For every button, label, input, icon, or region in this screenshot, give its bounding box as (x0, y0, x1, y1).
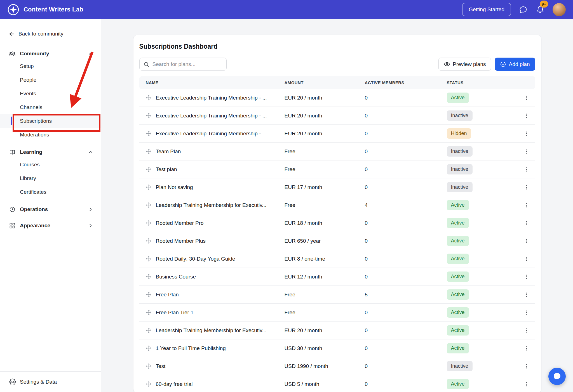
drag-handle-icon[interactable] (145, 112, 152, 119)
kebab-menu-button[interactable] (520, 217, 532, 229)
drag-handle-icon[interactable] (145, 184, 152, 190)
add-plan-button[interactable]: Add plan (495, 58, 535, 71)
plan-members: 0 (365, 310, 447, 316)
drag-handle-icon[interactable] (145, 130, 152, 137)
sidebar-item-subscriptions[interactable]: Subscriptions (0, 114, 101, 128)
kebab-menu-button[interactable] (520, 325, 532, 336)
drag-handle-icon[interactable] (145, 166, 152, 173)
sidebar-section-community: Community Setup People Events Channels S… (0, 48, 101, 141)
sidebar-section-header[interactable]: Learning (0, 147, 101, 158)
kebab-icon (523, 131, 529, 137)
sidebar-item-certificates[interactable]: Certificates (0, 185, 101, 199)
drag-handle-icon[interactable] (145, 381, 152, 387)
kebab-menu-button[interactable] (520, 235, 532, 247)
sidebar-section-header[interactable]: Community (0, 48, 101, 59)
name-cell: Leadership Training Membership for Execu… (139, 202, 285, 208)
sidebar-section-header[interactable]: Operations (0, 204, 101, 215)
kebab-menu-button[interactable] (520, 181, 532, 193)
kebab-menu-button[interactable] (520, 199, 532, 211)
drag-handle-icon[interactable] (145, 309, 152, 316)
sidebar-item-moderations[interactable]: Moderations (0, 128, 101, 141)
preview-plans-button[interactable]: Preview plans (438, 58, 491, 71)
kebab-icon (523, 166, 529, 173)
drag-handle-icon[interactable] (145, 202, 152, 208)
actions-cell (517, 343, 535, 354)
plan-members: 0 (365, 256, 447, 262)
plans-table: NAME AMOUNT ACTIVE MEMBERS STATUS Execut… (139, 76, 535, 392)
sidebar-section-header[interactable]: Appearance (0, 220, 101, 231)
community-icon (9, 50, 16, 57)
status-cell: Inactive (447, 110, 517, 121)
plan-name: Free Plan (156, 292, 184, 298)
drag-handle-icon[interactable] (145, 345, 152, 351)
kebab-menu-button[interactable] (520, 307, 532, 318)
sidebar-item-people[interactable]: People (0, 73, 101, 87)
notification-badge: 9+ (540, 1, 548, 8)
back-to-community-link[interactable]: Back to community (0, 30, 101, 38)
status-badge: Inactive (447, 361, 473, 371)
settings-data-button[interactable]: Settings & Data (0, 371, 101, 392)
status-badge: Active (447, 379, 469, 389)
drag-handle-icon[interactable] (145, 273, 152, 280)
plan-name: Business Course (156, 274, 202, 280)
table-row: 1 Year to Full Time Publishing USD 30 / … (139, 339, 535, 357)
plan-name: Rooted Member Plus (156, 238, 211, 244)
drag-handle-icon[interactable] (145, 291, 152, 298)
kebab-menu-button[interactable] (520, 271, 532, 283)
kebab-menu-button[interactable] (520, 343, 532, 354)
sidebar-item-events[interactable]: Events (0, 87, 101, 100)
toolbar: Preview plans Add plan (139, 58, 535, 71)
avatar[interactable] (553, 3, 566, 16)
plan-amount: EUR 20 / month (285, 113, 365, 119)
kebab-menu-button[interactable] (520, 378, 532, 390)
add-plan-label: Add plan (509, 61, 530, 67)
kebab-menu-button[interactable] (520, 128, 532, 140)
actions-cell (517, 307, 535, 318)
plan-members: 0 (365, 220, 447, 226)
drag-handle-icon[interactable] (145, 238, 152, 244)
drag-handle-icon[interactable] (145, 256, 152, 262)
kebab-menu-button[interactable] (520, 253, 532, 265)
plan-name: Team Plan (156, 148, 187, 155)
search-input[interactable] (139, 58, 227, 71)
sidebar-item-setup[interactable]: Setup (0, 59, 101, 73)
kebab-icon (523, 310, 529, 316)
appearance-icon (9, 222, 16, 229)
status-cell: Active (447, 325, 517, 336)
status-badge: Active (447, 289, 469, 300)
getting-started-button[interactable]: Getting Started (462, 3, 511, 16)
kebab-icon (523, 256, 529, 262)
kebab-menu-button[interactable] (520, 92, 532, 104)
drag-handle-icon[interactable] (145, 95, 152, 101)
section-items: Setup People Events Channels Subscriptio… (0, 59, 101, 141)
page-title: Subscriptions Dashboard (139, 43, 535, 50)
status-badge: Active (447, 271, 469, 282)
drag-handle-icon[interactable] (145, 363, 152, 369)
actions-cell (517, 110, 535, 122)
sidebar-item-label: Events (20, 91, 36, 97)
name-cell: Free Plan (139, 291, 285, 298)
kebab-menu-button[interactable] (520, 164, 532, 175)
toolbar-actions: Preview plans Add plan (438, 58, 535, 71)
kebab-menu-button[interactable] (520, 146, 532, 157)
notifications-button[interactable]: 9+ (536, 5, 545, 14)
kebab-menu-button[interactable] (520, 110, 532, 122)
table-row: Business Course EUR 12 / month 0 Active (139, 268, 535, 286)
chat-launcher-button[interactable] (548, 368, 566, 385)
plan-amount: Free (285, 202, 365, 208)
chevron-right-icon (88, 223, 94, 229)
table-row: Leadership Training Membership for Execu… (139, 196, 535, 214)
drag-handle-icon[interactable] (145, 220, 152, 226)
sidebar-item-library[interactable]: Library (0, 171, 101, 185)
kebab-menu-button[interactable] (520, 289, 532, 301)
status-cell: Active (447, 200, 517, 210)
kebab-menu-button[interactable] (520, 360, 532, 372)
name-cell: Test plan (139, 166, 285, 173)
messages-button[interactable] (518, 5, 528, 14)
sidebar-item-courses[interactable]: Courses (0, 158, 101, 171)
drag-handle-icon[interactable] (145, 327, 152, 334)
sidebar-item-channels[interactable]: Channels (0, 100, 101, 114)
chevron-up-icon (88, 149, 94, 155)
section-label: Appearance (20, 223, 83, 229)
drag-handle-icon[interactable] (145, 148, 152, 155)
